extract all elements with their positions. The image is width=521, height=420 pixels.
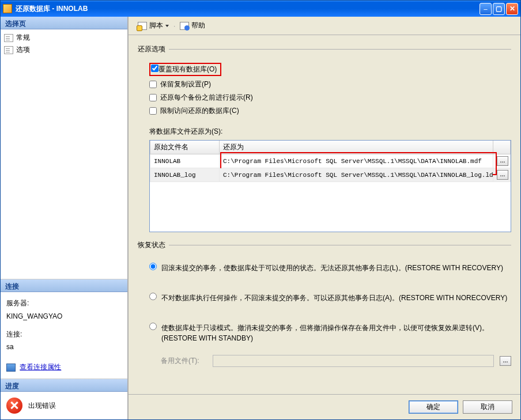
view-connection-link[interactable]: 查看连接属性 [20,363,61,371]
pages-header: 选择页 [1,17,127,29]
dialog-footer: 确定 取消 [129,394,520,419]
page-icon [4,34,13,42]
app-icon [3,4,12,13]
connection-value: sa [6,340,122,354]
error-text: 出现错误 [28,401,56,411]
connection-header: 连接 [1,279,127,292]
file-name-cell: INNOLAB_log [150,168,220,182]
restrict-checkbox[interactable] [149,107,157,115]
standby-radio[interactable] [149,323,157,330]
browse-button[interactable]: ... [497,156,508,166]
preserve-checkbox[interactable] [149,81,157,88]
server-value: KING_WANGYAO [6,310,122,323]
chevron-down-icon [165,25,169,27]
server-label: 服务器: [6,297,122,310]
prompt-checkbox[interactable] [149,94,157,101]
view-connection-properties[interactable]: 查看连接属性 [6,361,122,374]
table-row[interactable]: INNOLAB C:\Program Files\Microsoft SQL S… [150,154,511,168]
script-button[interactable]: 脚本 [135,19,171,32]
minimize-button[interactable]: – [480,3,492,15]
recovery-label[interactable]: 回滚未提交的事务，使数据库处于可以使用的状态。无法还原其他事务日志(L)。(RE… [161,263,503,273]
overwrite-highlight: 覆盖现有数据库(O) [149,63,221,76]
toolbar: 脚本 · 帮助 [129,17,520,35]
ok-button[interactable]: 确定 [409,400,458,414]
connection-label: 连接: [6,328,122,341]
page-icon [4,46,13,54]
help-icon [180,22,189,30]
standby-file-label: 备用文件(T): [161,356,207,366]
standby-browse-button: ... [500,356,511,366]
browse-button[interactable]: ... [497,170,508,180]
prompt-label[interactable]: 还原每个备份之前进行提示(R) [160,93,253,103]
error-icon [6,398,22,414]
titlebar[interactable]: 还原数据库 - INNOLAB – ▢ ✕ [1,1,520,17]
overwrite-label[interactable]: 覆盖现有数据库(O) [158,65,217,74]
restore-files-label: 将数据库文件还原为(S): [138,120,511,140]
restrict-label[interactable]: 限制访问还原的数据库(C) [160,106,239,116]
window-title: 还原数据库 - INNOLAB [16,4,480,14]
sidebar-item-label: 常规 [16,33,30,43]
script-label: 脚本 [149,21,163,31]
help-label: 帮助 [191,21,205,31]
restore-options-group: 还原选项 [138,45,169,53]
col-original[interactable]: 原始文件名 [150,141,220,154]
standby-file-input [213,355,494,367]
dialog-window: 还原数据库 - INNOLAB – ▢ ✕ 选择页 常规 选项 连接 [0,0,521,420]
file-path-cell[interactable]: C:\Program Files\Microsoft SQL Server\MS… [220,154,493,168]
norecovery-radio[interactable] [149,293,157,300]
sidebar-item-label: 选项 [16,45,30,55]
recovery-radio[interactable] [149,263,157,270]
col-restore-as[interactable]: 还原为 [220,141,493,154]
maximize-button[interactable]: ▢ [493,3,505,15]
standby-label[interactable]: 使数据库处于只读模式。撤消未提交的事务，但将撤消操作保存在备用文件中，以便可使恢… [161,323,511,343]
properties-icon [6,364,16,372]
file-path-cell[interactable]: C:\Program Files\Microsoft SQL Server\MS… [220,168,493,182]
close-button[interactable]: ✕ [506,3,518,15]
sidebar: 选择页 常规 选项 连接 服务器: KING_WANGYAO 连接: [1,17,129,419]
progress-header: 进度 [1,379,127,392]
preserve-label[interactable]: 保留复制设置(P) [160,80,211,89]
overwrite-checkbox[interactable] [151,65,158,72]
cancel-button[interactable]: 取消 [463,400,512,414]
sidebar-page-general[interactable]: 常规 [4,32,124,44]
norecovery-label[interactable]: 不对数据库执行任何操作，不回滚未提交的事务。可以还原其他事务日志(A)。(RES… [161,293,507,303]
recovery-state-group: 恢复状态 [138,241,169,249]
table-row[interactable]: INNOLAB_log C:\Program Files\Microsoft S… [150,168,511,182]
script-icon [138,22,147,30]
sidebar-page-options[interactable]: 选项 [4,44,124,56]
help-button[interactable]: 帮助 [178,19,207,32]
files-table: 原始文件名 还原为 INNOLAB C:\Program Files\Micro… [149,140,511,232]
file-name-cell: INNOLAB [150,154,220,168]
